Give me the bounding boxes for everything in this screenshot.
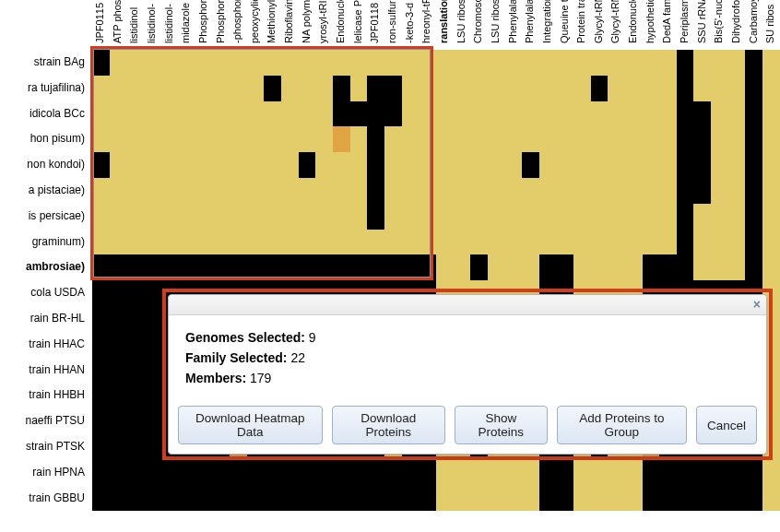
heatmap-cell[interactable] xyxy=(367,152,384,178)
heatmap-cell[interactable] xyxy=(745,230,762,255)
heatmap-cell[interactable] xyxy=(212,486,230,512)
heatmap-cell[interactable] xyxy=(144,383,161,408)
heatmap-cell[interactable] xyxy=(247,460,265,486)
heatmap-cell[interactable] xyxy=(299,50,316,76)
heatmap-cell[interactable] xyxy=(384,204,402,230)
heatmap-cell[interactable] xyxy=(264,178,281,204)
heatmap-cell[interactable] xyxy=(110,76,127,101)
heatmap-cell[interactable] xyxy=(419,254,436,280)
heatmap-cell[interactable] xyxy=(92,178,110,204)
heatmap-cell[interactable] xyxy=(144,306,161,332)
heatmap-cell[interactable] xyxy=(470,152,488,178)
heatmap-cell[interactable] xyxy=(178,230,195,255)
heatmap-cell[interactable] xyxy=(333,126,350,152)
heatmap-cell[interactable] xyxy=(264,254,281,280)
heatmap-cell[interactable] xyxy=(299,152,316,178)
heatmap-cell[interactable] xyxy=(556,152,573,178)
heatmap-cell[interactable] xyxy=(92,204,110,230)
heatmap-cell[interactable] xyxy=(608,76,625,101)
heatmap-cell[interactable] xyxy=(264,460,281,486)
heatmap-cell[interactable] xyxy=(315,204,333,230)
heatmap-cell[interactable] xyxy=(367,204,384,230)
heatmap-cell[interactable] xyxy=(92,434,110,460)
heatmap-cell[interactable] xyxy=(522,230,539,255)
heatmap-cell[interactable] xyxy=(247,126,265,152)
heatmap-cell[interactable] xyxy=(333,152,350,178)
heatmap-cell[interactable] xyxy=(126,358,144,384)
heatmap-cell[interactable] xyxy=(126,230,144,255)
heatmap-cell[interactable] xyxy=(470,230,488,255)
heatmap-cell[interactable] xyxy=(315,178,333,204)
heatmap-cell[interactable] xyxy=(745,101,762,127)
heatmap-cell[interactable] xyxy=(212,152,230,178)
heatmap-cell[interactable] xyxy=(711,101,728,127)
heatmap-cell[interactable] xyxy=(178,460,195,486)
heatmap-cell[interactable] xyxy=(212,204,230,230)
heatmap-cell[interactable] xyxy=(144,50,161,76)
heatmap-cell[interactable] xyxy=(470,101,488,127)
heatmap-cell[interactable] xyxy=(556,178,573,204)
heatmap-cell[interactable] xyxy=(556,76,573,101)
heatmap-cell[interactable] xyxy=(591,76,609,101)
heatmap-cell[interactable] xyxy=(178,178,195,204)
heatmap-cell[interactable] xyxy=(745,486,762,512)
heatmap-cell[interactable] xyxy=(711,50,728,76)
heatmap-cell[interactable] xyxy=(625,76,643,101)
heatmap-cell[interactable] xyxy=(299,204,316,230)
heatmap-cell[interactable] xyxy=(230,254,247,280)
heatmap-cell[interactable] xyxy=(126,332,144,358)
heatmap-cell[interactable] xyxy=(333,101,350,127)
heatmap-cell[interactable] xyxy=(643,204,660,230)
heatmap-cell[interactable] xyxy=(247,178,265,204)
heatmap-cell[interactable] xyxy=(178,486,195,512)
heatmap-cell[interactable] xyxy=(92,101,110,127)
heatmap-cell[interactable] xyxy=(470,126,488,152)
heatmap-cell[interactable] xyxy=(195,101,213,127)
dialog-header[interactable]: × xyxy=(169,295,766,315)
heatmap-cell[interactable] xyxy=(419,460,436,486)
heatmap-cell[interactable] xyxy=(402,178,420,204)
heatmap-cell[interactable] xyxy=(573,50,591,76)
heatmap-cell[interactable] xyxy=(384,126,402,152)
heatmap-cell[interactable] xyxy=(573,230,591,255)
heatmap-cell[interactable] xyxy=(711,76,728,101)
heatmap-cell[interactable] xyxy=(470,178,488,204)
heatmap-cell[interactable] xyxy=(161,460,179,486)
heatmap-cell[interactable] xyxy=(539,152,557,178)
heatmap-cell[interactable] xyxy=(693,76,711,101)
heatmap-cell[interactable] xyxy=(333,50,350,76)
heatmap-cell[interactable] xyxy=(281,178,299,204)
heatmap-cell[interactable] xyxy=(625,101,643,127)
heatmap-cell[interactable] xyxy=(402,486,420,512)
heatmap-cell[interactable] xyxy=(92,460,110,486)
heatmap-cell[interactable] xyxy=(591,152,609,178)
heatmap-cell[interactable] xyxy=(453,460,470,486)
add-proteins-button[interactable]: Add Proteins to Group xyxy=(557,406,687,444)
heatmap-cell[interactable] xyxy=(693,152,711,178)
heatmap-cell[interactable] xyxy=(643,152,660,178)
heatmap-cell[interactable] xyxy=(195,460,213,486)
heatmap-cell[interactable] xyxy=(281,152,299,178)
heatmap-cell[interactable] xyxy=(539,101,557,127)
heatmap-cell[interactable] xyxy=(264,101,281,127)
heatmap-cell[interactable] xyxy=(144,101,161,127)
heatmap-cell[interactable] xyxy=(384,486,402,512)
heatmap-cell[interactable] xyxy=(625,230,643,255)
heatmap-cell[interactable] xyxy=(745,460,762,486)
heatmap-cell[interactable] xyxy=(178,204,195,230)
heatmap-cell[interactable] xyxy=(488,486,505,512)
heatmap-cell[interactable] xyxy=(436,204,454,230)
heatmap-cell[interactable] xyxy=(591,460,609,486)
heatmap-cell[interactable] xyxy=(264,126,281,152)
heatmap-cell[interactable] xyxy=(384,101,402,127)
heatmap-cell[interactable] xyxy=(110,332,127,358)
heatmap-cell[interactable] xyxy=(728,486,746,512)
heatmap-cell[interactable] xyxy=(762,101,780,127)
heatmap-cell[interactable] xyxy=(677,254,694,280)
heatmap-cell[interactable] xyxy=(144,126,161,152)
heatmap-cell[interactable] xyxy=(281,460,299,486)
heatmap-cell[interactable] xyxy=(402,254,420,280)
heatmap-cell[interactable] xyxy=(126,101,144,127)
heatmap-cell[interactable] xyxy=(195,486,213,512)
heatmap-cell[interactable] xyxy=(745,152,762,178)
